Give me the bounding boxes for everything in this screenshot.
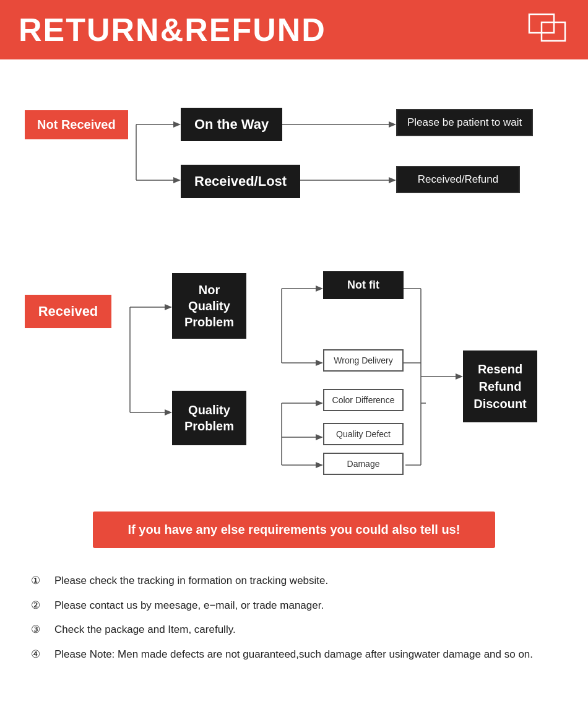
banner-container: If you have any else requirements you co… bbox=[12, 512, 576, 548]
quality-defect-label: Quality Defect bbox=[323, 423, 404, 445]
svg-marker-27 bbox=[316, 462, 323, 468]
svg-marker-18 bbox=[316, 285, 323, 292]
resend-refund-node: Resend Refund Discount bbox=[463, 350, 537, 422]
page-title: RETURN&REFUND bbox=[19, 11, 326, 48]
footer-banner: If you have any else requirements you co… bbox=[93, 512, 495, 548]
received-lost-label: Received/Lost bbox=[181, 165, 300, 198]
instruction-text-3: Check the package and Item, carefully. bbox=[54, 622, 557, 638]
instruction-item-1: ① Please check the tracking in formation… bbox=[31, 573, 557, 589]
nor-quality-label: Nor Quality Problem bbox=[172, 273, 246, 339]
instruction-num-3: ③ bbox=[31, 622, 50, 638]
nor-quality-node: Nor Quality Problem bbox=[172, 273, 246, 339]
header-icon bbox=[526, 11, 569, 48]
color-difference-label: Color Difference bbox=[323, 389, 404, 411]
not-fit-node: Not fit bbox=[323, 271, 404, 299]
svg-marker-20 bbox=[316, 360, 323, 366]
damage-node: Damage bbox=[323, 453, 404, 475]
resend-refund-label: Resend Refund Discount bbox=[463, 350, 537, 422]
instruction-text-4: Please Note: Men made defects are not gu… bbox=[54, 646, 557, 663]
on-the-way-node: On the Way bbox=[181, 108, 282, 141]
on-the-way-label: On the Way bbox=[181, 108, 282, 141]
patient-wait-label: Please be patient to wait bbox=[396, 109, 533, 136]
instruction-item-4: ④ Please Note: Men made defects are not … bbox=[31, 646, 557, 663]
quality-problem-node: Quality Problem bbox=[172, 391, 246, 445]
not-received-label: Not Received bbox=[25, 110, 128, 139]
received-node: Received bbox=[25, 295, 111, 328]
svg-marker-15 bbox=[165, 409, 172, 416]
main-content: Not Received On the Way Please be patien… bbox=[0, 59, 588, 702]
instruction-text-1: Please check the tracking in formation o… bbox=[54, 573, 557, 589]
instruction-num-2: ② bbox=[31, 598, 50, 614]
damage-label: Damage bbox=[323, 453, 404, 475]
received-refund-node: Received/Refund bbox=[396, 166, 520, 193]
quality-defect-node: Quality Defect bbox=[323, 423, 404, 445]
bottom-flowchart: Received Nor Quality Problem Quality Pro… bbox=[12, 227, 582, 493]
svg-marker-13 bbox=[165, 304, 172, 310]
patient-wait-node: Please be patient to wait bbox=[396, 109, 533, 136]
svg-marker-6 bbox=[173, 177, 181, 183]
instruction-item-2: ② Please contact us by meesage, e−mail, … bbox=[31, 598, 557, 614]
wrong-delivery-node: Wrong Delivery bbox=[323, 349, 404, 372]
instruction-text-2: Please contact us by meesage, e−mail, or… bbox=[54, 598, 557, 614]
header: RETURN&REFUND bbox=[0, 0, 588, 59]
received-refund-label: Received/Refund bbox=[396, 166, 520, 193]
received-label: Received bbox=[25, 295, 111, 328]
top-flowchart: Not Received On the Way Please be patien… bbox=[12, 78, 582, 227]
color-difference-node: Color Difference bbox=[323, 389, 404, 411]
not-fit-label: Not fit bbox=[323, 271, 404, 299]
svg-marker-10 bbox=[389, 177, 396, 183]
svg-marker-30 bbox=[456, 373, 463, 380]
instructions-section: ① Please check the tracking in formation… bbox=[12, 567, 576, 689]
instruction-item-3: ③ Check the package and Item, carefully. bbox=[31, 622, 557, 638]
not-received-node: Not Received bbox=[25, 110, 128, 139]
quality-problem-label: Quality Problem bbox=[172, 391, 246, 445]
received-lost-node: Received/Lost bbox=[181, 165, 300, 198]
svg-marker-23 bbox=[316, 400, 323, 406]
svg-marker-4 bbox=[173, 121, 181, 128]
svg-marker-8 bbox=[389, 121, 396, 128]
instruction-num-1: ① bbox=[31, 573, 50, 589]
instruction-num-4: ④ bbox=[31, 646, 50, 663]
svg-marker-25 bbox=[316, 434, 323, 440]
wrong-delivery-label: Wrong Delivery bbox=[323, 349, 404, 372]
